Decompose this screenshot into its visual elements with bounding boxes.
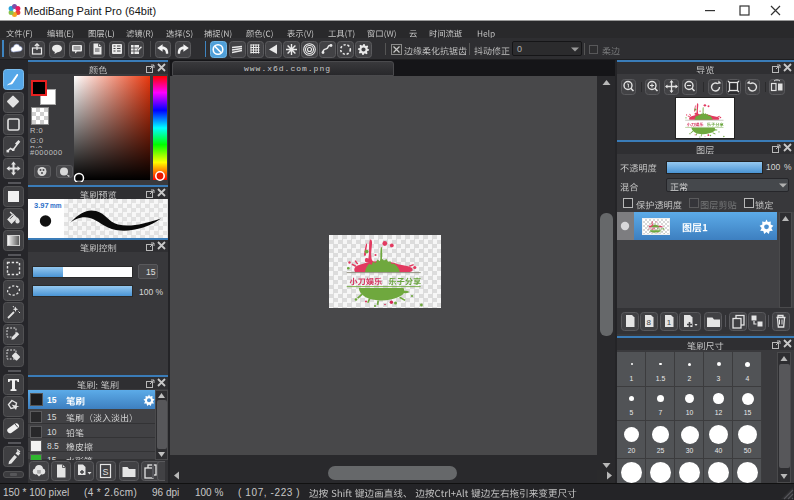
svg-text:S: S: [103, 467, 109, 477]
svg-text:8: 8: [647, 318, 652, 327]
svg-text:1: 1: [666, 318, 671, 327]
